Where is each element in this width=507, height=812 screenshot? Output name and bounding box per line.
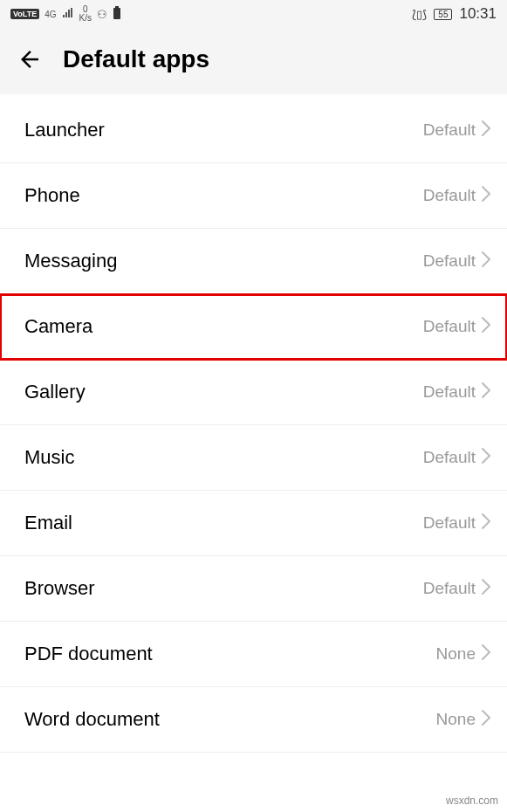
battery-indicator: 55 xyxy=(434,9,452,20)
chevron-right-icon xyxy=(481,513,491,533)
item-value: None xyxy=(436,644,476,664)
item-value-wrap: Default xyxy=(423,382,491,403)
list-item-browser[interactable]: BrowserDefault xyxy=(0,556,507,622)
signal-icon xyxy=(62,7,74,21)
status-bar: VoLTE 4G 0 K/s ⚇ ⟅▯⟆ 55 10:31 xyxy=(0,0,507,28)
list-item-phone[interactable]: PhoneDefault xyxy=(0,163,507,229)
item-value-wrap: Default xyxy=(423,513,491,533)
chevron-right-icon xyxy=(481,185,491,206)
chevron-right-icon xyxy=(481,251,491,272)
svg-rect-1 xyxy=(115,6,119,8)
list-item-music[interactable]: MusicDefault xyxy=(0,425,507,491)
item-value: Default xyxy=(423,513,476,533)
item-value-wrap: Default xyxy=(423,251,491,272)
item-value-wrap: Default xyxy=(423,185,491,206)
item-label: Gallery xyxy=(24,381,86,403)
chevron-right-icon xyxy=(481,643,491,664)
chevron-right-icon xyxy=(481,709,491,730)
network-speed: 0 K/s xyxy=(79,5,92,23)
item-label: Browser xyxy=(24,577,95,600)
item-value: None xyxy=(436,710,476,729)
bluetooth-icon: ⚇ xyxy=(97,8,107,21)
vibrate-icon: ⟅▯⟆ xyxy=(412,8,427,21)
back-button[interactable] xyxy=(16,45,44,73)
item-value-wrap: None xyxy=(436,643,491,664)
item-value-wrap: Default xyxy=(423,578,491,599)
chevron-right-icon xyxy=(481,316,491,337)
page-title: Default apps xyxy=(63,45,209,73)
item-label: Phone xyxy=(24,184,80,207)
battery-small-icon xyxy=(113,6,121,23)
network-type: 4G xyxy=(45,10,56,19)
list-item-pdf-document[interactable]: PDF documentNone xyxy=(0,622,507,687)
item-value-wrap: Default xyxy=(423,120,491,141)
item-label: PDF document xyxy=(24,643,153,665)
item-value-wrap: None xyxy=(436,709,491,730)
chevron-right-icon xyxy=(481,120,491,141)
default-apps-list: LauncherDefaultPhoneDefaultMessagingDefa… xyxy=(0,94,507,753)
item-value: Default xyxy=(423,251,476,271)
list-item-camera[interactable]: CameraDefault xyxy=(0,294,507,360)
chevron-right-icon xyxy=(481,382,491,403)
list-item-word-document[interactable]: Word documentNone xyxy=(0,687,507,753)
item-label: Messaging xyxy=(24,250,117,272)
item-label: Camera xyxy=(24,315,92,338)
item-value: Default xyxy=(423,120,476,140)
back-arrow-icon xyxy=(17,46,43,72)
list-item-launcher[interactable]: LauncherDefault xyxy=(0,94,507,163)
chevron-right-icon xyxy=(481,447,491,468)
item-label: Word document xyxy=(24,708,160,731)
page-header: Default apps xyxy=(0,28,507,94)
item-value-wrap: Default xyxy=(423,316,491,337)
chevron-right-icon xyxy=(481,578,491,599)
item-value: Default xyxy=(423,382,476,402)
svg-rect-0 xyxy=(113,8,120,19)
item-value-wrap: Default xyxy=(423,447,491,468)
item-value: Default xyxy=(423,317,476,336)
item-label: Email xyxy=(24,512,72,534)
status-right: ⟅▯⟆ 55 10:31 xyxy=(412,5,497,23)
list-item-email[interactable]: EmailDefault xyxy=(0,491,507,556)
watermark: wsxdn.com xyxy=(446,795,498,807)
item-value: Default xyxy=(423,448,476,467)
item-label: Music xyxy=(24,446,74,469)
item-label: Launcher xyxy=(24,119,105,141)
item-value: Default xyxy=(423,579,476,598)
volte-badge: VoLTE xyxy=(10,9,39,19)
clock: 10:31 xyxy=(459,5,497,23)
status-left: VoLTE 4G 0 K/s ⚇ xyxy=(10,5,121,23)
list-item-gallery[interactable]: GalleryDefault xyxy=(0,360,507,425)
item-value: Default xyxy=(423,186,476,205)
list-item-messaging[interactable]: MessagingDefault xyxy=(0,229,507,294)
